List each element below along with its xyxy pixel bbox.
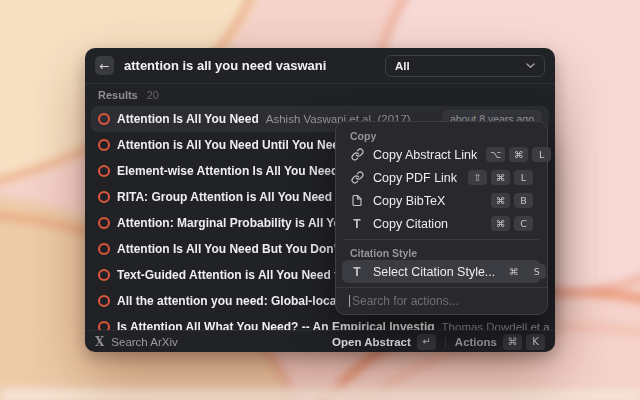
menu-item-copy-bibtex[interactable]: Copy BibTeX⌘B	[342, 189, 541, 212]
menu-item-select-citation-style[interactable]: TSelect Citation Style...⌘S	[342, 260, 541, 283]
menu-item-label: Copy Citation	[373, 217, 448, 231]
return-key-badge: ↵	[417, 334, 436, 350]
shortcut-keys: ⌥⌘L	[486, 147, 551, 162]
key-badge: ⌘	[509, 147, 528, 162]
result-title: Attention Is All You Need	[117, 112, 259, 126]
menu-item-label: Copy PDF Link	[373, 171, 457, 185]
citation-text-icon: T	[350, 266, 364, 278]
actions-search-placeholder: Search for actions...	[352, 294, 459, 308]
menu-divider	[344, 239, 539, 240]
menu-body: CopyCopy Abstract Link⌥⌘LCopy PDF Link⇧⌘…	[342, 127, 541, 283]
results-label: Results	[98, 89, 138, 101]
key-badge: ⌥	[486, 147, 505, 162]
back-arrow-icon: ←	[99, 59, 109, 73]
menu-item-copy-pdf-link[interactable]: Copy PDF Link⇧⌘L	[342, 166, 541, 189]
key-badge: L	[514, 170, 533, 185]
open-abstract-button[interactable]: Open Abstract	[332, 336, 411, 348]
key-badge: K	[526, 334, 545, 350]
results-count: 20	[147, 89, 159, 101]
actions-menu: CopyCopy Abstract Link⌥⌘LCopy PDF Link⇧⌘…	[335, 121, 548, 315]
arxiv-logo-icon: X	[95, 335, 104, 349]
shortcut-keys: ⌘S	[504, 264, 546, 279]
key-badge: S	[527, 264, 546, 279]
key-badge: ⇧	[468, 170, 487, 185]
link-icon	[350, 148, 364, 161]
citation-text-icon: T	[350, 218, 364, 230]
menu-item-label: Copy Abstract Link	[373, 148, 477, 162]
result-author: Thomas Dowdell et al. (2019)	[442, 321, 549, 330]
key-badge: ⌘	[504, 264, 523, 279]
shortcut-keys: ⇧⌘L	[468, 170, 533, 185]
menu-item-label: Copy BibTeX	[373, 194, 445, 208]
search-input[interactable]: attention is all you need vaswani	[124, 58, 375, 73]
back-button[interactable]: ←	[95, 56, 114, 75]
actions-button[interactable]: Actions	[455, 336, 497, 348]
arxiv-ring-icon	[98, 295, 110, 307]
command-name-label: Search ArXiv	[111, 336, 177, 348]
result-row[interactable]: Is Attention All What You Need? -- An Em…	[91, 314, 549, 330]
menu-section-header: Copy	[342, 127, 541, 143]
key-badge: L	[532, 147, 551, 162]
link-icon	[350, 171, 364, 184]
arxiv-ring-icon	[98, 243, 110, 255]
search-header: ← attention is all you need vaswani All	[85, 48, 555, 84]
result-title: Element-wise Attention Is All You Need	[117, 164, 338, 178]
filter-selected-value: All	[395, 60, 410, 72]
arxiv-ring-icon	[98, 139, 110, 151]
key-badge: B	[514, 193, 533, 208]
arxiv-ring-icon	[98, 191, 110, 203]
action-bar: X Search ArXiv Open Abstract ↵ Actions ⌘…	[85, 330, 555, 352]
actions-search-input[interactable]: Search for actions...	[336, 287, 547, 314]
key-badge: ⌘	[491, 193, 510, 208]
results-section-header: Results 20	[85, 84, 555, 106]
arxiv-ring-icon	[98, 217, 110, 229]
chevron-down-icon	[526, 63, 535, 69]
menu-item-copy-citation[interactable]: TCopy Citation⌘C	[342, 212, 541, 235]
result-title: Is Attention All What You Need? -- An Em…	[117, 320, 435, 330]
arxiv-ring-icon	[98, 321, 110, 330]
file-icon	[350, 194, 364, 207]
menu-section-header: Citation Style	[342, 244, 541, 260]
key-badge: ⌘	[491, 216, 510, 231]
arxiv-ring-icon	[98, 113, 110, 125]
key-badge: ⌘	[503, 334, 522, 350]
arxiv-ring-icon	[98, 165, 110, 177]
text-cursor	[349, 295, 350, 307]
actions-keys: ⌘K	[503, 334, 545, 350]
key-badge: C	[514, 216, 533, 231]
menu-item-copy-abstract-link[interactable]: Copy Abstract Link⌥⌘L	[342, 143, 541, 166]
menu-item-label: Select Citation Style...	[373, 265, 495, 279]
arxiv-ring-icon	[98, 269, 110, 281]
footer-divider	[445, 336, 446, 348]
key-badge: ⌘	[491, 170, 510, 185]
shortcut-keys: ⌘B	[491, 193, 533, 208]
category-filter-dropdown[interactable]: All	[385, 55, 545, 77]
shortcut-keys: ⌘C	[491, 216, 533, 231]
